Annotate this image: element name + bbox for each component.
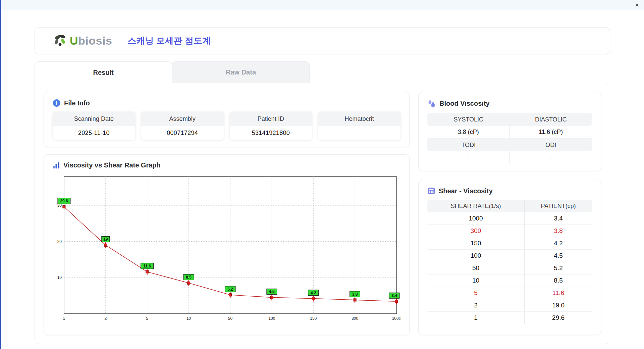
file-info-title: File Info	[64, 99, 90, 107]
page: Ubiosis 스캐닝 모세관 점도계 Result Raw Data File	[1, 10, 644, 344]
data-point-label: 4.2	[311, 291, 316, 295]
data-point	[63, 205, 65, 208]
file-info-field-scanning-date: Scanning Date2025-11-10	[53, 112, 135, 140]
data-point-label: 19	[103, 237, 108, 242]
shear-viscosity-table: SHEAR RATE(1/s)PATIENT(cp)10003.43003.81…	[427, 200, 592, 324]
data-point-label: 11.6	[143, 264, 151, 268]
file-info-fields: Scanning Date2025-11-10Assembly000717294…	[53, 112, 400, 140]
data-point	[270, 296, 273, 299]
blood-viscosity-card: Blood Viscosity SYSTOLICDIASTOLIC3.8 (cP…	[418, 92, 601, 171]
column-header-patient-cp: PATIENT(cp)	[525, 200, 592, 212]
field-label: Hematocrit	[318, 112, 400, 126]
systolic-value: 3.8 (cP)	[427, 126, 510, 139]
field-value: 2025-11-10	[53, 126, 135, 140]
bar-chart-icon	[53, 162, 60, 169]
shear-row-150: 1504.2	[427, 237, 592, 250]
todi-value: –	[427, 151, 510, 164]
shear-rate-cell: 150	[427, 237, 525, 250]
shear-viscosity-card: Shear - Viscosity SHEAR RATE(1/s)PATIENT…	[418, 180, 601, 335]
tab-result[interactable]: Result	[35, 61, 172, 83]
tabs: Result Raw Data	[35, 61, 610, 83]
blood-viscosity-grid: SYSTOLICDIASTOLIC3.8 (cP)11.6 (cP)TODIOD…	[427, 113, 592, 164]
file-info-card: File Info Scanning Date2025-11-10Assembl…	[44, 92, 410, 147]
data-point	[187, 282, 190, 284]
patient-viscosity-cell: 5.2	[525, 262, 592, 275]
todi-label: TODI	[427, 139, 510, 151]
file-info-field-patient-id: Patient ID53141921800	[230, 112, 312, 140]
main-panel: File Info Scanning Date2025-11-10Assembl…	[35, 83, 610, 344]
logo-word-biosis: biosis	[78, 34, 112, 47]
field-value	[318, 126, 400, 140]
logo-letter-u: U	[70, 34, 78, 47]
viscosity-shear-chart: 1020301251050100150300100029.61911.68.55…	[53, 172, 400, 323]
y-tick-label: 20	[57, 239, 62, 244]
data-point	[395, 300, 398, 303]
field-value: 53141921800	[230, 126, 312, 140]
odi-label: ODI	[510, 139, 592, 151]
field-label: Patient ID	[230, 112, 312, 126]
right-column: Blood Viscosity SYSTOLICDIASTOLIC3.8 (cP…	[418, 92, 601, 335]
shear-viscosity-title-row: Shear - Viscosity	[427, 187, 592, 195]
droplet-icon	[427, 99, 436, 108]
odi-value: –	[510, 151, 592, 164]
blood-viscosity-title-row: Blood Viscosity	[427, 99, 592, 108]
info-icon	[53, 99, 61, 107]
shear-table-header-row: SHEAR RATE(1/s)PATIENT(cp)	[427, 200, 592, 212]
field-label: Scanning Date	[53, 112, 135, 126]
shear-row-100: 1004.5	[427, 250, 592, 262]
shear-rate-cell: 1	[427, 312, 525, 324]
data-point	[229, 294, 231, 296]
x-tick-label: 50	[228, 316, 233, 321]
x-tick-label: 5	[146, 316, 148, 321]
data-point-label: 8.5	[186, 275, 192, 280]
shear-viscosity-title: Shear - Viscosity	[439, 187, 493, 195]
patient-viscosity-cell: 19.0	[525, 299, 592, 312]
blood-viscosity-title: Blood Viscosity	[439, 100, 490, 107]
field-label: Assembly	[141, 112, 224, 126]
shear-row-300: 3003.8	[427, 225, 592, 237]
data-point-label: 3.4	[391, 293, 397, 298]
app-window: × Ubiosis 스캐닝 모세관 점도계 Result Raw Data	[0, 0, 644, 349]
x-tick-label: 1	[63, 316, 65, 321]
x-tick-label: 2	[104, 316, 107, 321]
patient-viscosity-cell: 8.5	[525, 275, 592, 287]
file-info-field-assembly: Assembly000717294	[141, 112, 224, 140]
patient-viscosity-cell: 3.4	[525, 212, 592, 225]
left-column: File Info Scanning Date2025-11-10Assembl…	[44, 92, 410, 335]
data-point	[104, 244, 107, 246]
shear-row-50: 505.2	[427, 262, 592, 275]
shear-row-1000: 10003.4	[427, 212, 592, 225]
file-info-title-row: File Info	[53, 99, 400, 107]
patient-viscosity-cell: 3.8	[525, 225, 592, 237]
field-value: 000717294	[141, 126, 224, 140]
data-point-label: 4.5	[269, 289, 275, 294]
shear-rate-cell: 50	[427, 262, 525, 275]
close-icon[interactable]: ×	[635, 2, 639, 8]
patient-viscosity-cell: 4.5	[525, 250, 592, 262]
ubiosis-logo-text: Ubiosis	[70, 34, 112, 47]
patient-viscosity-cell: 11.6	[525, 287, 592, 299]
data-point-label: 5.2	[227, 287, 233, 292]
diastolic-value: 11.6 (cP)	[510, 126, 592, 139]
shear-rate-cell: 300	[427, 225, 525, 237]
x-tick-label: 100	[268, 316, 275, 321]
shear-rate-cell: 5	[427, 287, 525, 299]
shear-row-1: 129.6	[427, 312, 592, 324]
graph-title-row: Viscosity vs Shear Rate Graph	[53, 161, 400, 169]
shear-row-10: 108.5	[427, 275, 592, 287]
y-tick-label: 10	[57, 275, 62, 280]
shear-rate-cell: 100	[427, 250, 525, 262]
ubiosis-logo-mark	[53, 34, 68, 48]
patient-viscosity-cell: 29.6	[525, 312, 592, 324]
x-tick-label: 10	[186, 316, 191, 321]
x-tick-label: 150	[310, 316, 317, 321]
tab-raw-data[interactable]: Raw Data	[172, 61, 310, 83]
diastolic-label: DIASTOLIC	[510, 113, 592, 126]
systolic-label: SYSTOLIC	[427, 113, 510, 126]
titlebar: ×	[1, 0, 644, 10]
data-point-label: 29.6	[60, 199, 68, 203]
shear-row-2: 219.0	[427, 299, 592, 312]
viscosity-chart-container: 1020301251050100150300100029.61911.68.55…	[53, 172, 400, 323]
patient-viscosity-cell: 4.2	[525, 237, 592, 250]
shear-row-5: 511.6	[427, 287, 592, 299]
